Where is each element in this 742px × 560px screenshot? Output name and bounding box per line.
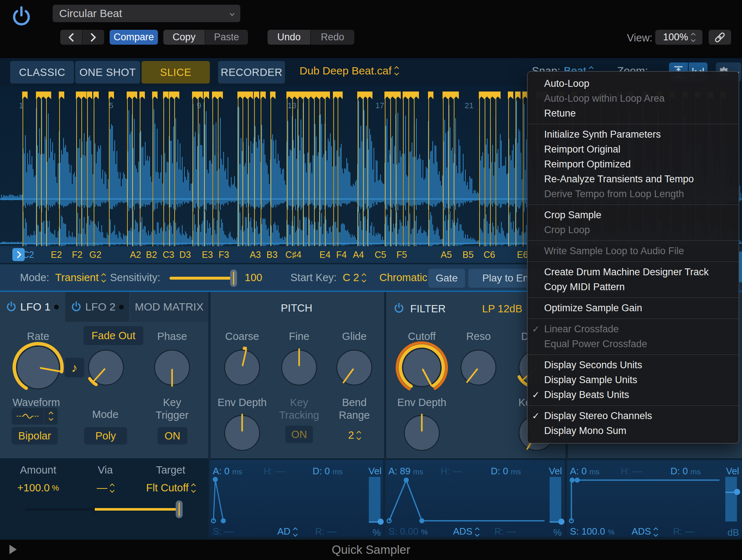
phase-knob[interactable]	[145, 340, 199, 395]
slice-key-label[interactable]: C♯4	[285, 249, 301, 260]
pitch-env-graph[interactable]	[210, 476, 383, 524]
slice-marker-line[interactable]	[485, 93, 485, 246]
menu-item[interactable]: Copy MIDI Pattern	[527, 280, 739, 295]
key-tracking-button[interactable]: ON	[285, 426, 313, 443]
amp-env-release[interactable]: R: —	[673, 526, 694, 537]
filter-env-mode-selector[interactable]: ADS	[453, 526, 479, 537]
amp-env-vel-bar[interactable]	[725, 477, 737, 522]
poly-selector[interactable]: Poly	[84, 427, 127, 445]
tab-mod-matrix[interactable]: MOD MATRIX	[130, 292, 208, 322]
slice-marker-line[interactable]	[523, 93, 523, 246]
pitch-env-depth-knob[interactable]	[215, 406, 269, 460]
tab-lfo1[interactable]: LFO 1	[0, 292, 65, 322]
vertical-zoom-slider[interactable]	[739, 251, 742, 283]
pitch-env-vel-handle[interactable]	[378, 519, 384, 525]
slice-marker-line[interactable]	[41, 93, 42, 246]
bipolar-button[interactable]: Bipolar	[12, 427, 58, 445]
amp-env-graph[interactable]	[567, 476, 742, 524]
fine-knob[interactable]	[272, 340, 326, 395]
slice-key-label[interactable]: E2	[51, 249, 62, 260]
menu-item[interactable]: Auto-Loop	[527, 76, 739, 91]
amp-env-attack[interactable]: A: 0 ms	[570, 466, 600, 477]
pitch-env-release[interactable]: R: —	[315, 526, 337, 537]
tab-slice[interactable]: SLICE	[142, 61, 210, 84]
lfo-waveform-selector[interactable]	[12, 408, 44, 425]
amp-env-decay[interactable]: D: 0 ms	[670, 466, 701, 477]
sensitivity-slider[interactable]	[170, 277, 237, 280]
amp-env-hold[interactable]: H: —	[621, 466, 642, 477]
slice-marker-line[interactable]	[248, 93, 249, 246]
slice-marker-line[interactable]	[76, 93, 77, 246]
slice-marker-line[interactable]	[287, 93, 288, 246]
slice-marker-line[interactable]	[338, 93, 338, 246]
next-preset-button[interactable]	[82, 30, 104, 45]
slice-marker-line[interactable]	[490, 93, 491, 246]
amount-value[interactable]: +100.0 %	[17, 482, 59, 494]
menu-item[interactable]: Display Sample Units	[527, 373, 739, 387]
slice-key-label[interactable]: A5	[441, 249, 452, 260]
slice-marker-line[interactable]	[390, 93, 391, 246]
start-key-selector[interactable]: C 2	[343, 272, 366, 284]
pitch-env-attack[interactable]: A: 0 ms	[213, 466, 242, 477]
menu-item[interactable]: Reimport Optimized	[527, 157, 739, 172]
slice-marker-line[interactable]	[198, 93, 199, 246]
target-selector[interactable]: Flt Cutoff	[146, 482, 195, 494]
filter-env-hold[interactable]: H: —	[441, 466, 462, 477]
slice-marker-line[interactable]	[508, 93, 509, 246]
tab-one-shot[interactable]: ONE SHOT	[75, 61, 140, 84]
slice-marker-line[interactable]	[443, 93, 444, 246]
tab-recorder[interactable]: RECORDER	[218, 61, 285, 84]
slice-marker-line[interactable]	[333, 93, 334, 246]
slice-marker-line[interactable]	[132, 93, 133, 246]
slice-marker-line[interactable]	[314, 93, 315, 246]
amount-slider-value[interactable]	[95, 508, 179, 511]
slice-marker-line[interactable]	[87, 93, 88, 246]
link-button[interactable]	[709, 30, 731, 45]
slice-key-label[interactable]: F4	[336, 249, 347, 260]
filter-env-release[interactable]: R: —	[494, 526, 516, 537]
menu-item[interactable]: Optimize Sample Gain	[527, 301, 739, 316]
amount-slider-handle[interactable]	[176, 500, 183, 518]
slice-marker-line[interactable]	[23, 93, 23, 246]
pitch-env-mode-selector[interactable]: AD	[277, 526, 297, 537]
menu-item[interactable]: ✓Display Beats Units	[527, 387, 739, 402]
slice-marker-line[interactable]	[414, 93, 415, 246]
scale-selector[interactable]: Chromatic	[379, 272, 434, 284]
menu-item[interactable]: Write Sample Loop to Audio File	[527, 244, 739, 259]
slice-marker-line[interactable]	[192, 93, 193, 246]
slice-key-label[interactable]: B2	[146, 249, 157, 260]
slice-key-label[interactable]: F5	[396, 249, 407, 260]
slice-key-label[interactable]: A2	[130, 249, 141, 260]
slice-marker-line[interactable]	[303, 93, 304, 246]
filter-env-decay[interactable]: D: 0 ms	[491, 466, 521, 477]
slice-marker-line[interactable]	[319, 93, 320, 246]
slice-marker-line[interactable]	[212, 93, 213, 246]
slice-key-label[interactable]: E4	[319, 249, 331, 260]
slice-marker-line[interactable]	[496, 93, 496, 246]
tab-lfo2[interactable]: LFO 2	[65, 292, 129, 322]
redo-button[interactable]: Redo	[311, 30, 354, 45]
slice-key-label[interactable]: E3	[202, 249, 213, 260]
filter-env-graph[interactable]	[386, 476, 565, 524]
slice-key-label[interactable]: C6	[484, 249, 495, 260]
amp-env-sustain[interactable]: S: 100.0 %	[570, 526, 615, 537]
slice-marker-line[interactable]	[169, 93, 170, 246]
slice-marker-line[interactable]	[242, 93, 243, 246]
paste-button[interactable]: Paste	[205, 30, 248, 45]
slice-key-label[interactable]: B5	[462, 249, 474, 260]
slice-marker-line[interactable]	[309, 93, 309, 246]
slice-key-label[interactable]: E6	[517, 249, 528, 260]
menu-item[interactable]: Retune	[527, 106, 739, 121]
slice-marker-line[interactable]	[448, 93, 449, 246]
key-trigger-button[interactable]: ON	[158, 427, 187, 445]
menu-item[interactable]: Display Mono Sum	[527, 423, 739, 438]
slice-marker-line[interactable]	[261, 93, 261, 246]
pitch-env-sustain[interactable]: S: —	[213, 526, 234, 537]
coarse-knob[interactable]	[215, 340, 269, 395]
slice-marker-line[interactable]	[59, 93, 60, 246]
slice-marker-line[interactable]	[152, 93, 153, 246]
undo-button[interactable]: Undo	[268, 30, 310, 45]
fade-out-knob[interactable]	[79, 340, 133, 395]
slice-key-label[interactable]: G2	[89, 249, 101, 260]
slice-marker-line[interactable]	[174, 93, 175, 246]
